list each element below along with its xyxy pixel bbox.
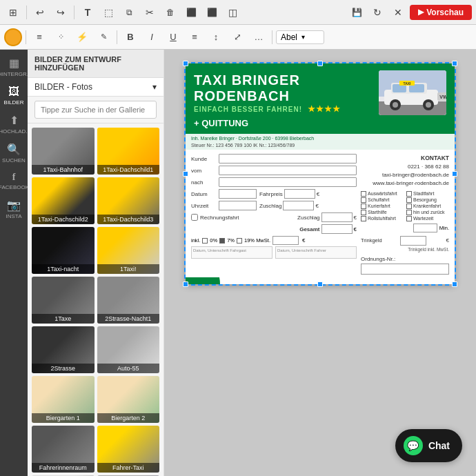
delete-icon[interactable]: 🗑 xyxy=(161,3,179,21)
cb-schulfahrt[interactable] xyxy=(361,197,366,203)
wartezeit-input[interactable] xyxy=(413,224,437,232)
image-cell-taxi-bahnhof[interactable]: 1Taxi-Bahnhof xyxy=(32,128,95,175)
image-cell-taxi-dachschild3[interactable]: 1Taxi-Dachschild3 xyxy=(97,177,160,224)
preview-button[interactable]: ▶ Vorschau xyxy=(410,5,472,20)
ordnung-input[interactable] xyxy=(361,264,449,275)
gesamt-input[interactable] xyxy=(321,224,353,234)
color-picker-button[interactable] xyxy=(4,28,22,46)
sidebar-label-search: SUCHEN xyxy=(2,157,26,163)
sidebar-item-search[interactable]: 🔍 SUCHEN xyxy=(1,139,26,168)
font-selector[interactable]: Abel ▾ xyxy=(276,30,324,44)
save-icon[interactable]: 💾 xyxy=(348,3,366,21)
animate-icon[interactable]: ⚡ xyxy=(72,28,92,47)
image-cell-taxe[interactable]: 1Taxe xyxy=(32,277,95,324)
checkbox-row-besorgung: Besorgung xyxy=(406,197,449,203)
redo-icon[interactable]: ↪ xyxy=(52,3,70,21)
image-label: 1Taxi-Dachschild3 xyxy=(97,215,160,224)
uhrzeit-input[interactable] xyxy=(219,201,257,210)
image-cell-fahrerraum[interactable]: Fahrerinnenraum xyxy=(32,426,95,473)
text-size-icon[interactable]: ⤢ xyxy=(228,28,247,47)
text-tool-icon[interactable]: T xyxy=(79,3,97,21)
nach-input[interactable] xyxy=(219,177,357,187)
mwst-input[interactable] xyxy=(272,236,299,245)
category-dropdown[interactable]: BILDER - Fotos ▾ xyxy=(28,78,163,97)
effects-icon[interactable]: ⁘ xyxy=(51,28,70,47)
note-right: Datum, Unterschrift Fahrer xyxy=(275,246,357,259)
undo-icon[interactable]: ↩ xyxy=(31,3,49,21)
line-height-icon[interactable]: ↕ xyxy=(206,28,226,47)
paste-style-icon[interactable]: ⬛ xyxy=(203,3,221,21)
add-frame-icon[interactable]: ⬚ xyxy=(99,3,117,21)
cb-hin-und-zurück[interactable] xyxy=(406,210,412,215)
kunde-label: Kunde xyxy=(191,156,219,162)
zuschlag-input[interactable] xyxy=(283,201,314,210)
gallery-search-input[interactable] xyxy=(34,101,157,119)
chat-button[interactable]: 💬 Chat xyxy=(395,429,462,462)
cb-rollstuhlfahrt[interactable] xyxy=(361,216,366,221)
crop-icon[interactable]: ✎ xyxy=(94,28,113,47)
cb-besorgung[interactable] xyxy=(406,197,412,203)
image-label: Auto-55 xyxy=(97,364,160,373)
bold-button[interactable]: B xyxy=(121,28,140,47)
contact-website: www.taxi-bringer-rodenbach.de xyxy=(361,179,449,188)
cb-stadtfahrt[interactable] xyxy=(406,191,412,197)
cb-auswärtsfahrt[interactable] xyxy=(361,191,366,197)
von-input[interactable] xyxy=(219,166,357,175)
trinkgeld-input[interactable] xyxy=(400,236,426,246)
layers-icon[interactable]: ◫ xyxy=(224,3,241,21)
sidebar-item-facebook[interactable]: f FACEBOOK xyxy=(1,168,26,195)
image-cell-biergarten2[interactable]: Biergarten 2 xyxy=(97,376,160,423)
sidebar-item-instagram[interactable]: 📷 INSTA xyxy=(1,195,26,224)
kunde-input[interactable] xyxy=(219,154,357,163)
close-icon[interactable]: ✕ xyxy=(389,3,407,21)
search-box xyxy=(28,97,163,123)
text-align-icon[interactable]: ≡ xyxy=(185,28,204,47)
main-area: ▦ HINTERGR.. 🖼 BILDER ⬆ HOCHLAD.. 🔍 SUCH… xyxy=(0,50,476,476)
sidebar-item-upload[interactable]: ⬆ HOCHLAD.. xyxy=(1,110,26,139)
image-label: 1Taxi-nacht xyxy=(32,264,95,274)
cb-label: Krankenfahrt xyxy=(413,204,441,208)
cb-starthilfe[interactable] xyxy=(361,210,366,215)
image-cell-biergarten1[interactable]: Biergarten 1 xyxy=(32,376,95,423)
image-cell-strasse-nacht[interactable]: 2Strasse-Nacht1 xyxy=(97,277,160,324)
italic-button[interactable]: I xyxy=(142,28,161,47)
mwst0-checkbox[interactable] xyxy=(202,238,208,244)
zuschlag2-input[interactable] xyxy=(321,212,353,222)
refresh-icon[interactable]: ↻ xyxy=(368,3,386,21)
more-options-icon[interactable]: … xyxy=(249,28,268,47)
datum-label: Datum xyxy=(191,191,219,197)
duplicate-icon[interactable]: ⧉ xyxy=(120,3,138,21)
cb-krankenfahrt[interactable] xyxy=(406,204,412,209)
image-cell-strasse[interactable]: 2Strasse xyxy=(32,326,95,373)
image-cell-taxi-dachschild2[interactable]: 1Taxi-Dachschild2 xyxy=(32,177,95,224)
copy-style-icon[interactable]: ⬛ xyxy=(182,3,200,21)
taxi-receipt: TAXI BRINGER RODENBACH EINFACH BESSER FA… xyxy=(186,63,455,284)
zuschlag-label: Zuschlag xyxy=(259,203,281,209)
underline-button[interactable]: U xyxy=(163,28,183,47)
image-cell-taxi-dachschild1[interactable]: 1Taxi-Dachschild1 xyxy=(97,128,160,175)
grid-icon[interactable]: ⊞ xyxy=(4,3,22,21)
cb-kurierfahrt[interactable] xyxy=(361,204,366,209)
checkbox-row-stadtfahrt: Stadtfahrt xyxy=(406,191,449,197)
datum-input[interactable] xyxy=(219,189,257,199)
image-cell-taxi-nacht[interactable]: 1Taxi-nacht xyxy=(32,227,95,274)
svg-point-10 xyxy=(393,102,398,108)
rechnungsfahrt-checkbox[interactable] xyxy=(191,214,198,221)
sidebar-item-images[interactable]: 🖼 BILDER xyxy=(1,81,26,110)
svg-point-12 xyxy=(426,102,431,108)
mwst19-checkbox[interactable] xyxy=(237,238,242,244)
sidebar-label-instagram: INSTA xyxy=(6,213,22,219)
sidebar-item-background[interactable]: ▦ HINTERGR.. xyxy=(1,52,26,81)
image-cell-fahrertaxi[interactable]: Fahrer-Taxi xyxy=(97,426,160,473)
image-label: 1Taxi-Bahnhof xyxy=(32,165,95,175)
image-cell-taxi[interactable]: 1Taxi! xyxy=(97,227,160,274)
form-right: KONTAKT 0221 · 368 62 88 taxi-bringer@ro… xyxy=(361,154,449,275)
align-left-icon[interactable]: ≡ xyxy=(30,28,49,47)
image-cell-auto[interactable]: Auto-55 xyxy=(97,326,160,373)
cut-icon[interactable]: ✂ xyxy=(141,3,159,21)
canvas-area: TAXI BRINGER RODENBACH EINFACH BESSER FA… xyxy=(164,50,476,476)
fahrpreis-input[interactable] xyxy=(284,189,315,199)
mwst7-checkbox[interactable] xyxy=(219,238,225,244)
von-row: vom xyxy=(191,166,357,175)
cb-wartezeit[interactable] xyxy=(406,216,412,221)
